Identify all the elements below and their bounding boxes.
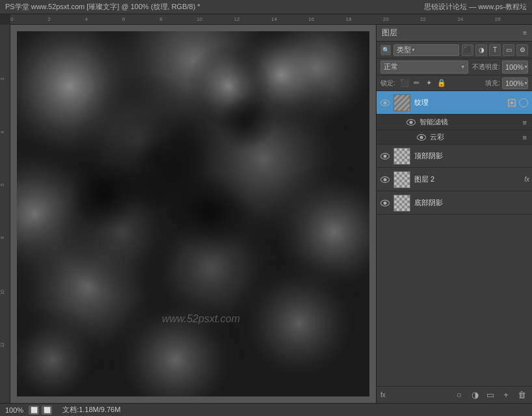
bottom-add-mask-icon[interactable]: ○ [453,389,466,402]
layer-name-bottom-shadow: 底部阴影 [414,198,529,208]
lock-label: 锁定: [380,79,395,88]
ruler-left: 24681012 [0,25,10,403]
eye-icon-smart-filter [406,119,416,126]
layers-panel-header: 图层 ≡ [377,25,532,42]
canvas-content [17,31,369,396]
layer-name-texture: 纹理 [414,98,507,107]
lock-row: 锁定: ⬛ ✏ ✦ 🔒 填充: 100% ▼ [377,76,532,91]
layer-name-top-shadow: 顶部阴影 [414,151,529,161]
title-bar: PS学堂 www.52psxt.com [璀璨文字] @ 100% (纹理, R… [0,0,532,14]
layer-eye-texture[interactable] [379,97,391,109]
filter-adjust-icon[interactable]: ◑ [475,44,487,56]
opacity-label: 不透明度: [472,62,500,72]
layer-fx-badge-layer2: fx [524,176,529,183]
layer-eye-layer2[interactable] [379,174,391,186]
cloud-filter-eye[interactable] [416,132,427,143]
cloud-filter-name: 云彩 [430,132,444,142]
panel-header-icons: ≡ [523,29,527,36]
fill-label: 填充: [485,79,500,88]
status-icon-2[interactable]: ⬜ [42,406,52,415]
layers-panel: 图层 ≡ 🔍 类型 ▼ ⬛ ◑ T ▭ ⚙ 正常 ▼ [376,25,532,403]
filter-smart-icon[interactable]: ⚙ [516,44,528,56]
lock-paint-icon[interactable]: ✏ [412,78,422,89]
smart-icon-svg [508,99,516,107]
title-right: 思锐设计论坛 — www.ps-教程坛 [424,2,527,12]
panel-title: 图层 [382,27,397,38]
bottom-delete-icon[interactable]: 🗑 [515,389,528,402]
canvas-area: www.52psxt.com [10,25,376,403]
layer-item-layer2[interactable]: 图层 2 fx [377,168,532,191]
status-icon-1[interactable]: ⬜ [29,406,39,415]
layer-item-bottom-shadow[interactable]: 底部阴影 [377,191,532,215]
main-layout: 24681012 www.52psxt.com 图层 ≡ 🔍 类型 ▼ ⬛ ◑ [0,25,532,403]
status-icons: ⬜ ⬜ [29,406,52,415]
lock-all-icon[interactable]: 🔒 [436,78,447,89]
eye-icon-bottom-shadow [380,200,390,206]
filter-type-dropdown[interactable]: 类型 ▼ [393,44,459,56]
lock-icons: ⬛ ✏ ✦ 🔒 [399,78,447,89]
bottom-new-layer-icon[interactable]: + [499,389,512,402]
layers-list[interactable]: 纹理 智能滤镜 ≡ [377,91,532,386]
cloud-canvas-element [17,31,369,396]
cloud-filter-item[interactable]: 云彩 ≡ [377,130,532,145]
filter-dropdown-arrow: ▼ [411,48,416,52]
layer-eye-top-shadow[interactable] [379,150,391,162]
fill-control: 填充: 100% ▼ [485,77,528,89]
filter-pixel-icon[interactable]: ⬛ [462,44,473,56]
fill-value[interactable]: 100% ▼ [502,77,528,89]
title-left: PS学堂 www.52psxt.com [璀璨文字] @ 100% (纹理, R… [5,2,200,12]
filter-icons-right: ⬛ ◑ T ▭ ⚙ [462,44,528,56]
layer-eye-bottom-shadow[interactable] [379,197,391,209]
layer-name-layer2: 图层 2 [414,174,523,184]
status-doc: 文档:1.18M/9.76M [62,405,120,415]
eye-icon-cloud [417,134,426,141]
bottom-fx-label: fx [380,391,386,398]
blend-dropdown-arrow: ▼ [460,64,465,69]
status-zoom: 100% [5,406,23,414]
layer-thumb-top-shadow [393,148,410,165]
bottom-adjustment-icon[interactable]: ◑ [468,389,481,402]
layer-thumb-layer2 [393,171,410,188]
layer-item-texture[interactable]: 纹理 [377,91,532,115]
smart-filter-icon: ≡ [523,118,527,126]
layer-item-top-shadow[interactable]: 顶部阴影 [377,145,532,168]
eye-icon-texture [380,100,390,106]
smart-filter-eye[interactable] [405,117,417,128]
layers-bottom: fx ○ ◑ ▭ + 🗑 [377,386,532,403]
layer-visibility-badge-texture[interactable] [519,98,528,107]
eye-icon-layer2 [380,176,390,183]
smart-filter-label-row: 智能滤镜 ≡ [377,115,532,130]
smart-filter-label: 智能滤镜 [419,117,448,127]
opacity-control: 不透明度: 100% ▼ [472,61,528,74]
status-bar: 100% ⬜ ⬜ 文档:1.18M/9.76M [0,403,532,416]
filter-text-icon[interactable]: T [489,44,501,56]
bottom-folder-icon[interactable]: ▭ [484,389,497,402]
filter-search-icon[interactable]: 🔍 [380,45,391,55]
eye-icon-top-shadow [380,153,390,159]
layer-filter-row: 🔍 类型 ▼ ⬛ ◑ T ▭ ⚙ [377,42,532,59]
panel-menu-icon[interactable]: ≡ [523,29,527,36]
blend-mode-dropdown[interactable]: 正常 ▼ [380,61,468,74]
lock-move-icon[interactable]: ✦ [424,78,434,89]
lock-transparent-icon[interactable]: ⬛ [399,78,410,89]
ruler-top: 02468101214161820222426 [10,14,532,25]
opacity-value[interactable]: 100% ▼ [502,61,528,74]
smart-object-icon-texture [507,98,516,107]
cloud-filter-icon: ≡ [523,133,527,141]
blend-row: 正常 ▼ 不透明度: 100% ▼ [377,59,532,76]
layer-thumb-texture [393,94,410,111]
layer-thumb-bottom-shadow [393,195,410,212]
filter-shape-icon[interactable]: ▭ [503,44,514,56]
